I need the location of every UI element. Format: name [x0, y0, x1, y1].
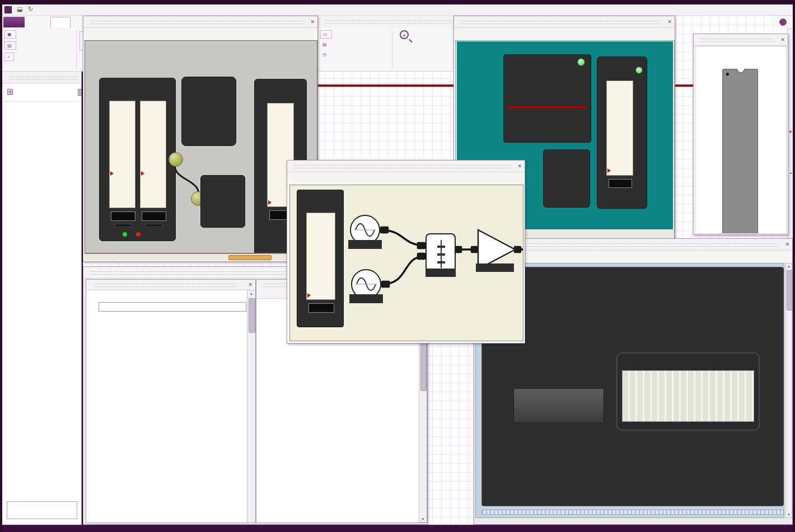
ds18b20-tag-2 — [146, 224, 162, 227]
analog-rows — [86, 317, 247, 523]
combo-board — [481, 267, 784, 506]
analog-window-pane: ✕ ▲ — [86, 279, 256, 523]
board-close-icon[interactable]: ✕ — [782, 242, 792, 247]
target-device-body — [695, 46, 787, 234]
seven-segment-display — [513, 388, 604, 423]
ds18b20-value-1 — [111, 211, 135, 221]
board-scroll-up-icon[interactable]: ▲ — [786, 265, 792, 268]
ds18b20-value-2 — [142, 211, 166, 221]
zoom-icon[interactable]: + — [400, 30, 409, 39]
help-cluster — [774, 17, 792, 27]
lcd-module — [616, 352, 760, 431]
project-explorer-footer-box — [7, 501, 77, 519]
dac-panel[interactable] — [297, 190, 344, 327]
outputs-toolbar — [287, 172, 525, 185]
inputs-canvas[interactable] — [85, 40, 317, 253]
multi-panel-titlebar[interactable]: ✕ — [454, 16, 675, 28]
pwm-slider-value — [609, 179, 632, 188]
monitor-icon: ▭ — [323, 32, 328, 37]
dsp-mixer-label — [425, 269, 456, 277]
pwm-channel-box[interactable] — [503, 54, 591, 143]
ds18b20-tag-1 — [115, 224, 132, 227]
project-explorer-tree — [2, 104, 82, 496]
ds18b20-green-led — [122, 232, 128, 237]
find-replace-icon: ⌕ — [7, 54, 10, 60]
dac-scale[interactable] — [306, 213, 335, 300]
inputs-sensors-panel: ✕ — [83, 16, 318, 262]
clipped-toolbar-icon[interactable]: ▥ — [77, 87, 82, 97]
project-explorer-button[interactable]: ▣ — [4, 30, 16, 39]
tab-file[interactable] — [3, 17, 25, 27]
2d-target-device-item[interactable]: ▭ — [320, 30, 332, 39]
ds2482-box[interactable] — [200, 175, 245, 228]
list-icon: ▤ — [322, 42, 327, 47]
history-icon: ◷ — [322, 52, 326, 57]
component-properties-button[interactable]: ▤ — [4, 41, 16, 50]
multi-close-icon[interactable]: ✕ — [665, 19, 675, 25]
inputs-toolbar — [83, 28, 317, 41]
flowcode-app: ⬓ ↻ ▶ ▲ ▣ ▤ ⌕ — [0, 0, 795, 532]
project-explorer-panel: ⊞ ▥ — [2, 72, 82, 525]
project-explorer-toolbar: ⊞ ▥ — [2, 84, 82, 102]
right-frame — [793, 0, 795, 532]
inputs-sensors-titlebar[interactable]: ✕ — [83, 16, 317, 28]
analog-window-titlebar[interactable]: ✕ — [86, 280, 255, 290]
redo-icon[interactable]: ↻ — [28, 6, 33, 13]
find-replace-button[interactable]: ⌕ — [4, 53, 14, 61]
2d-icon-lists-item[interactable]: ▤ — [322, 42, 329, 47]
tab-edit[interactable] — [29, 18, 48, 27]
pwm-led — [577, 58, 585, 66]
pwm-slider-scale[interactable] — [606, 81, 633, 176]
app-icon[interactable] — [4, 6, 12, 13]
project-explorer-titlebar[interactable] — [2, 72, 81, 83]
save-icon[interactable]: ⬓ — [17, 6, 22, 13]
target-device-titlebar[interactable]: ✕ — [694, 34, 788, 46]
view-values-dropdown[interactable] — [99, 302, 246, 312]
board-scroll-down-icon[interactable]: ▼ — [786, 513, 792, 516]
pwm-slider-panel[interactable] — [597, 57, 647, 209]
project-explorer-icon: ▣ — [7, 32, 12, 37]
temporary-panel-titlebar[interactable] — [318, 16, 455, 27]
dsp-wave1-label — [348, 240, 382, 249]
board-vscrollbar[interactable]: ▲ ▼ — [785, 263, 792, 518]
analog-close-icon[interactable]: ✕ — [245, 282, 255, 288]
chip-pinout — [695, 46, 787, 234]
target-device-close-icon[interactable]: ✕ — [778, 37, 788, 43]
outputs-dsp-titlebar[interactable]: ✕ — [287, 161, 525, 172]
ds18b20-scale-1[interactable] — [109, 101, 135, 208]
top-frame — [0, 0, 795, 4]
zoom-icon-handle — [409, 39, 412, 43]
outputs-close-icon[interactable]: ✕ — [515, 163, 525, 169]
inputs-hscrollbar[interactable] — [85, 253, 317, 261]
map-function-box[interactable] — [543, 149, 590, 208]
inputs-close-icon[interactable]: ✕ — [307, 19, 317, 25]
pwm-red-line — [508, 106, 587, 108]
macros-icon[interactable]: ⊞ — [7, 87, 14, 97]
component-properties-icon: ▤ — [7, 43, 12, 48]
ds18b20-panel[interactable] — [99, 78, 176, 241]
ds18b20-red-led — [135, 232, 141, 237]
help-icon[interactable] — [779, 18, 787, 26]
keypad-panel — [181, 77, 236, 146]
multi-panel-toolbar — [454, 28, 675, 41]
tab-view[interactable] — [50, 17, 71, 27]
ds18b20-scale-2[interactable] — [140, 101, 166, 208]
lcd-screen — [622, 370, 754, 422]
pwm-slider-led — [635, 67, 643, 74]
outputs-canvas[interactable] — [289, 185, 523, 341]
left-frame — [0, 0, 2, 532]
dsp-gain-label — [476, 263, 514, 272]
digital-scroll-down-icon[interactable]: ▼ — [419, 517, 427, 521]
status-bar — [0, 525, 795, 532]
2d-change-history-item[interactable]: ◷ — [322, 52, 328, 57]
analog-scroll-up-icon[interactable]: ▲ — [247, 292, 255, 295]
board-hscrollbar[interactable] — [481, 510, 784, 515]
dsp-wave2-label — [349, 294, 383, 303]
wire-node-1[interactable] — [169, 152, 183, 167]
ribbon-separator2 — [392, 30, 392, 69]
analog-vscrollbar[interactable]: ▲ — [247, 290, 256, 523]
ribbon-separator — [76, 30, 77, 69]
dac-value — [308, 303, 334, 313]
target-device-panel: ✕ — [693, 34, 788, 235]
inputs-hscroll-thumb[interactable] — [228, 255, 272, 260]
